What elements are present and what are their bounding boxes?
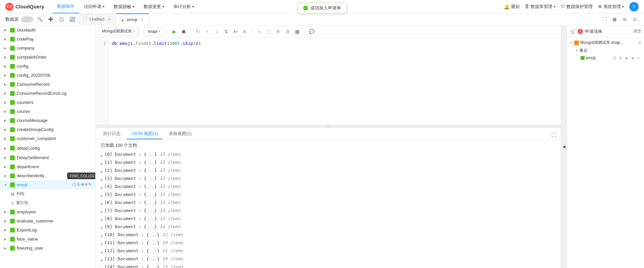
emoji-action-red[interactable]: ⊕ (85, 182, 88, 187)
doc-expand-arrow[interactable]: ▶ (101, 265, 103, 268)
sidebar-item-complaintorder[interactable]: ▶ complaintOrder (0, 53, 95, 62)
sidebar-item-consumerecorderrorlog[interactable]: ▶ ConsumeRecordErrorLog (0, 89, 95, 98)
sidebar-item-cloudauth[interactable]: ▶ cloudauth (0, 25, 95, 35)
nav-db-management[interactable]: 🗄 数据库管理 ▾ (525, 4, 555, 10)
collection-selector-btn[interactable]: imapi ▾ (144, 27, 164, 36)
logo[interactable]: CQ CloudQuery (5, 3, 44, 11)
sidebar-item-creategroupconfig[interactable]: ▶ createGroupConfig (0, 125, 95, 134)
doc-expand-arrow[interactable]: ▶ (101, 209, 103, 215)
doc-expand-arrow[interactable]: ▶ (101, 193, 103, 199)
document-row[interactable]: ▶ [6] Document : {...} 13 items (101, 199, 555, 207)
sidebar-item-department[interactable]: ▶ department (0, 162, 95, 171)
tab-json-view[interactable]: JSON 视图(1) (127, 129, 163, 139)
doc-expand-arrow[interactable]: ▶ (101, 169, 103, 175)
tab-execution-log[interactable]: 执行日志 (98, 129, 125, 139)
more-icon[interactable]: ▦ (293, 27, 301, 36)
coll-action-close[interactable]: ✕ (636, 55, 641, 61)
document-row[interactable]: ▶ [8] Document : {...} 13 items (101, 215, 555, 223)
export-icon[interactable]: ⎘ (274, 27, 283, 36)
sidebar-item-course[interactable]: ▶ course (0, 107, 95, 116)
user-avatar[interactable]: S (629, 2, 639, 11)
copy-icon-btn[interactable]: 📋 (57, 15, 65, 23)
emoji-action-d[interactable]: ⊕ (81, 182, 84, 187)
doc-expand-arrow[interactable]: ▶ (101, 249, 103, 255)
copy-icon[interactable]: ⧉ (621, 15, 629, 23)
coll-action-1[interactable]: ① (618, 55, 623, 61)
panel-toggle[interactable]: ◀ (561, 25, 567, 268)
coll-action-i[interactable]: ⓘ (612, 55, 617, 61)
document-row[interactable]: ▶ [5] Document : {...} 13 items (101, 191, 555, 199)
sidebar-item-consumerecord[interactable]: ▶ ConsumeRecord (0, 80, 95, 89)
doc-expand-arrow[interactable]: ▶ (101, 217, 103, 223)
nav-system-management[interactable]: ⚙ 系统管理 ▾ (598, 4, 624, 10)
sort-icon[interactable]: ⇅ (222, 27, 231, 36)
sidebar-sub-indexes[interactable]: ◎ 索引组 (0, 198, 95, 207)
resize-handle[interactable]: ⋯ (96, 125, 561, 127)
sidebar-item-freezinguser[interactable]: ▶ freezing_user (0, 244, 95, 253)
tab-close-untitled[interactable]: ✕ (106, 17, 112, 22)
doc-expand-arrow[interactable]: ▶ (101, 161, 103, 167)
document-row[interactable]: ▶ [14] Document : {...} 13 items (101, 264, 555, 268)
sidebar-item-exportlog[interactable]: ▶ ExportLog (0, 225, 95, 234)
right-panel-close-db[interactable]: ✕ (638, 41, 641, 45)
document-row[interactable]: ▶ [0] Document : {...} 13 items (101, 151, 555, 159)
more-actions-icon[interactable]: ⋮ (85, 145, 91, 151)
sidebar-item-delaysettlement[interactable]: ▶ DelaySettlement (0, 153, 95, 162)
document-row[interactable]: ▶ [10] Document : {...} 12 items (101, 231, 555, 240)
add-icon-btn[interactable]: ➕ (47, 15, 55, 23)
emoji-action-edit[interactable]: ✎ (88, 182, 91, 187)
toggle-switch[interactable] (21, 16, 33, 22)
doc-expand-arrow[interactable]: ▶ (101, 153, 103, 159)
sidebar-sub-columns[interactable]: ▦ 列组 (0, 189, 95, 198)
font-small-icon[interactable]: A- (241, 27, 249, 36)
doc-expand-arrow[interactable]: ▶ (101, 257, 103, 263)
clear-button[interactable]: 清空 (633, 28, 641, 34)
format-icon[interactable]: T↕ (194, 27, 202, 36)
nav-data-protection[interactable]: 🛡 数据保护管理 (561, 4, 593, 10)
db-selector-btn[interactable]: MongoDB测试库 ▾ (98, 27, 139, 36)
sidebar-item-describeverify[interactable]: ▶ describeVerify... FIND_COLLECTION (0, 171, 95, 180)
sidebar-item-config[interactable]: ▶ config (0, 62, 95, 71)
fullscreen-icon[interactable]: ⛶ (600, 15, 608, 23)
document-row[interactable]: ▶ [2] Document : {...} 13 items (101, 167, 555, 175)
nav-item-desensitize[interactable]: 数据脱敏 ▾ (109, 0, 139, 13)
document-row[interactable]: ▶ [11] Document : {...} 14 items (101, 240, 555, 248)
right-tree-collection-section[interactable]: ▼ 集合 (573, 47, 644, 54)
font-large-icon[interactable]: A+ (231, 27, 240, 36)
expand-results-icon[interactable]: ⛶ (549, 131, 558, 139)
document-row[interactable]: ▶ [7] Document : {...} 13 items (101, 207, 555, 215)
save-icon[interactable]: ⬚ (264, 27, 273, 36)
document-row[interactable]: ▶ [1] Document : {...} 13 items (101, 159, 555, 167)
sidebar-item-company[interactable]: ▶ company (0, 44, 95, 53)
align-down-icon[interactable]: ↓ (212, 27, 221, 36)
sidebar-item-codepay[interactable]: ▶ codePay (0, 35, 95, 44)
document-row[interactable]: ▶ [3] Document : {...} 13 items (101, 175, 555, 183)
nav-item-data-change[interactable]: 数据变更 ▾ (139, 0, 169, 13)
sidebar-item-counters[interactable]: ▶ counters (0, 98, 95, 107)
doc-expand-arrow[interactable]: ▶ (101, 201, 103, 207)
run-button[interactable]: ▶ (170, 27, 179, 36)
emoji-action-1[interactable]: ① (77, 182, 80, 187)
sidebar-item-config20220708[interactable]: ▶ config_20220708 (0, 71, 95, 80)
sidebar-item-evaluate[interactable]: ▶ evaluate_customer (0, 216, 95, 225)
stop-button[interactable]: ⏹ (179, 27, 188, 36)
tab-close-emoji[interactable]: ✕ (139, 17, 145, 22)
tab-emoji[interactable]: 🍃 emoji ✕ (116, 13, 149, 25)
sidebar-item-customer-complaint[interactable]: ▶ customer_complaint (0, 134, 95, 143)
doc-expand-arrow[interactable]: ▶ (101, 233, 103, 239)
more-icon[interactable]: ⊡ (631, 15, 639, 23)
sidebar-item-coursemessage[interactable]: ▶ courseMessage (0, 116, 95, 125)
star-icon[interactable]: ☆ (255, 27, 264, 36)
sidebar-item-employee[interactable]: ▶ employee (0, 207, 95, 216)
layout-icon[interactable]: ▦ (610, 15, 618, 23)
code-area[interactable]: db.emoji.find().limit(100).skip(0) (109, 38, 561, 125)
nav-item-access[interactable]: 访问申请 ▾ (79, 0, 109, 13)
align-icon[interactable]: ↑ (203, 27, 212, 36)
search-icon-btn[interactable]: 🔍 (36, 15, 44, 23)
nav-item-audit[interactable]: 审计分析 ▾ (169, 0, 199, 13)
tab-table-view[interactable]: 表格视图(1) (164, 129, 196, 139)
doc-expand-arrow[interactable]: ▶ (101, 185, 103, 191)
emoji-action-i[interactable]: ⓘ (72, 182, 76, 187)
comment-icon[interactable]: 💬 (307, 27, 316, 36)
doc-expand-arrow[interactable]: ▶ (101, 241, 103, 247)
